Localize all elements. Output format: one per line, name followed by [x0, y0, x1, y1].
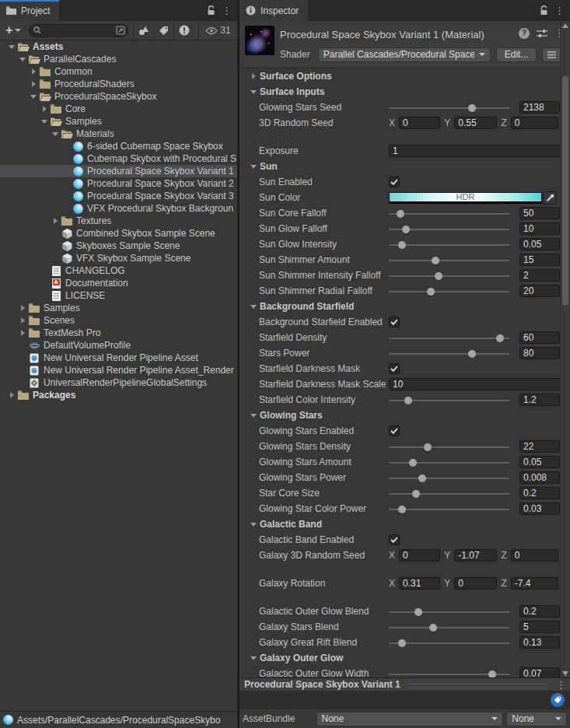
section-header[interactable]: Galactic Band [240, 516, 560, 532]
foldout-open-icon[interactable] [17, 58, 28, 61]
preview-header[interactable]: Procedural Space Skybox Variant 1 ⋮ [240, 677, 570, 691]
slider[interactable] [389, 509, 509, 510]
value-field[interactable]: 0.05 [519, 456, 560, 468]
foldout-open-icon[interactable] [39, 120, 50, 124]
value-field[interactable]: 1.2 [519, 394, 560, 406]
unlock-icon[interactable] [207, 5, 215, 16]
tree-item[interactable]: ParallelCascades [0, 53, 237, 65]
slider[interactable] [389, 275, 509, 277]
slider-knob[interactable] [398, 639, 406, 647]
value-field[interactable]: 0.2 [519, 487, 560, 499]
value-field[interactable]: 0.05 [519, 238, 560, 250]
foldout-open-icon[interactable] [249, 523, 258, 527]
slider-knob[interactable] [427, 288, 435, 296]
foldout-closed-icon[interactable] [249, 73, 258, 79]
tree-item[interactable]: Procedural Space Skybox Variant 2 [0, 177, 237, 190]
section-header[interactable]: Surface Options [240, 68, 560, 84]
value-field[interactable]: 80 [519, 347, 560, 359]
slider-knob[interactable] [488, 670, 496, 678]
value-field[interactable]: 60 [519, 331, 560, 344]
checkbox[interactable] [389, 177, 400, 187]
tree-item[interactable]: VFX Procedural Skybox Backgroun [0, 202, 237, 215]
tree-item[interactable]: Common [0, 65, 237, 78]
color-swatch[interactable]: HDR [389, 192, 542, 204]
foldout-closed-icon[interactable] [17, 330, 28, 336]
eyedropper-button[interactable] [543, 191, 557, 205]
visibility-toggle[interactable]: 31 [198, 21, 230, 40]
filter-important-button[interactable] [173, 21, 194, 40]
foldout-closed-icon[interactable] [6, 392, 17, 398]
tree-item[interactable]: TextMesh Pro [0, 327, 237, 339]
foldout-closed-icon[interactable] [28, 68, 39, 75]
inspector-scrollbar[interactable] [560, 22, 570, 677]
value-field[interactable]: 0.13 [519, 636, 560, 649]
vector-field-z[interactable]: 0 [511, 549, 558, 562]
value-field[interactable]: 50 [519, 207, 560, 219]
tree-item[interactable]: CHANGELOG [0, 264, 237, 277]
slider-knob[interactable] [397, 210, 404, 218]
slider-knob[interactable] [432, 257, 439, 264]
slider[interactable] [389, 400, 509, 401]
tree-item[interactable]: VFX Skybox Sample Scene [0, 252, 237, 264]
slider-knob[interactable] [418, 474, 426, 482]
vector-field-z[interactable]: -7.4 [511, 577, 558, 590]
vector-field-x[interactable]: 0.31 [399, 577, 440, 590]
tree-item[interactable]: Samples [0, 115, 237, 128]
tree-item[interactable]: New Universal Render Pipeline Asset [0, 352, 237, 364]
value-field[interactable]: 2 [519, 269, 560, 282]
open-in-window-icon[interactable] [116, 26, 125, 35]
foldout-open-icon[interactable] [249, 90, 258, 94]
slider-knob[interactable] [496, 334, 504, 342]
value-field[interactable]: 0.2 [519, 605, 560, 618]
slider[interactable] [389, 462, 509, 464]
value-field[interactable]: 0.008 [519, 471, 560, 484]
foldout-closed-icon[interactable] [17, 317, 28, 324]
checkbox[interactable] [389, 363, 400, 374]
assetbundle-dropdown[interactable]: None [316, 712, 504, 726]
value-field[interactable]: 5 [519, 621, 560, 633]
tree-item[interactable]: Procedural Space Skybox Variant 3 [0, 190, 237, 202]
foldout-open-icon[interactable] [249, 656, 258, 660]
inspector-menu-kebab-icon[interactable]: ⋮ [554, 5, 564, 16]
tree-item[interactable]: LICENSE [0, 289, 237, 302]
vector-field-y[interactable]: -1.07 [454, 549, 497, 562]
value-field[interactable]: 20 [519, 285, 560, 297]
scrollbar-thumb[interactable] [562, 76, 568, 306]
search-by-label-button[interactable] [153, 21, 173, 40]
tree-item[interactable]: ProceduralSpaceSkybox [0, 90, 237, 103]
vector-field-y[interactable]: 0 [454, 577, 497, 590]
slider[interactable] [389, 353, 509, 355]
slider-knob[interactable] [424, 443, 432, 451]
tree-item[interactable]: New Universal Render Pipeline Asset_Rend… [0, 364, 237, 376]
add-asset-button[interactable]: + [0, 25, 26, 36]
scroll-up-icon[interactable] [562, 23, 568, 28]
value-field[interactable]: 15 [519, 254, 560, 266]
edit-shader-button[interactable]: Edit... [496, 47, 537, 62]
slider-knob[interactable] [409, 459, 417, 467]
tree-item[interactable]: Materials [0, 128, 237, 140]
slider[interactable] [389, 611, 509, 613]
tree-item[interactable]: Textures [0, 215, 237, 227]
tree-item[interactable]: DefaultVolumeProfile [0, 339, 237, 352]
value-field[interactable]: 0.07 [519, 667, 560, 677]
tree-item[interactable]: Skyboxes Sample Scene [0, 240, 237, 252]
tree-item[interactable]: Samples [0, 302, 237, 314]
slider-knob[interactable] [468, 104, 476, 112]
project-menu-kebab-icon[interactable]: ⋮ [222, 5, 231, 16]
search-by-type-button[interactable] [133, 21, 153, 40]
tree-item[interactable]: Cubemap Skybox with Procedural S [0, 152, 237, 165]
tree-item[interactable]: Core [0, 103, 237, 115]
slider-knob[interactable] [398, 506, 406, 513]
foldout-closed-icon[interactable] [28, 81, 39, 87]
slider-knob[interactable] [412, 490, 420, 498]
checkbox[interactable] [389, 425, 400, 436]
tree-item[interactable]: Combined Skybox Sample Scene [0, 227, 237, 240]
foldout-closed-icon[interactable] [39, 106, 50, 112]
tab-project[interactable]: Project [0, 0, 59, 21]
preview-kebab-icon[interactable]: ⋮ [556, 679, 565, 691]
drag-handle[interactable] [408, 684, 548, 688]
slider[interactable] [389, 446, 509, 448]
section-header[interactable]: Surface Inputs [240, 84, 560, 100]
foldout-open-icon[interactable] [249, 305, 258, 309]
tree-item[interactable]: Packages [0, 389, 237, 401]
